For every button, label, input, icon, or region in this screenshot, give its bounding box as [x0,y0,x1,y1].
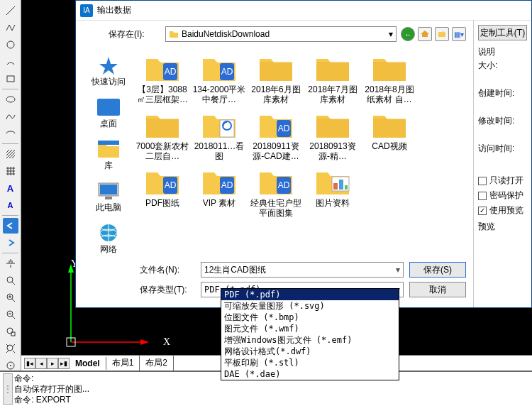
tab-layout1[interactable]: 布局1 [106,356,140,371]
folder-item[interactable]: AD20180911资源-CAD建… [249,109,303,161]
places-bar: 快速访问 桌面 库 此电脑 [83,49,134,260]
type-option[interactable]: PDF (*.pdf) [221,289,399,300]
folder-icon: AD [257,109,295,140]
type-option[interactable]: DAE (*.dae) [221,368,399,380]
view-menu-button[interactable]: ▦▾ [452,27,466,41]
svg-rect-19 [98,141,119,145]
export-dialog: IA 输出数据 保存在(I): BaiduNetdiskDownload ▾ ←… [75,0,532,308]
svg-text:AD: AD [221,180,233,190]
tab-last-button[interactable]: ▸▮ [58,358,70,369]
save-button[interactable]: 保存(S) [409,262,466,278]
folder-item[interactable]: AD134-2000平米中餐厅… [192,52,246,104]
folder-label: 2018年6月图库素材 [249,84,303,104]
ucs-x-label: X [163,336,170,348]
text-tool[interactable]: A [3,180,18,196]
folder-item[interactable]: ADPDF图纸 [135,165,189,218]
filename-label: 文件名(N): [140,264,195,276]
hatch-tool[interactable] [3,146,18,162]
folder-label: 经典住宅户型平面图集 [249,198,303,218]
chevron-down-icon: ▾ [389,29,393,39]
folder-item[interactable]: 2018年6月图库素材 [249,52,303,104]
folder-icon [314,165,352,197]
preview-checkbox[interactable]: ✓使用预览 [478,204,527,216]
folder-item[interactable]: AD经典住宅户型平面图集 [249,165,303,218]
svg-rect-41 [339,180,343,190]
tab-model[interactable]: Model [70,357,106,370]
folder-icon [257,52,295,83]
save-type-label: 保存类型(T): [140,284,195,296]
cancel-button[interactable]: 取消 [409,282,466,297]
polyline-tool[interactable] [3,20,18,35]
svg-rect-18 [97,99,120,116]
folder-item[interactable]: 2018年7月图库素材 [306,52,360,104]
svg-marker-17 [99,57,118,75]
place-network[interactable]: 网络 [83,219,134,257]
zoom-window-tool[interactable] [3,324,18,339]
save-type-dropdown[interactable]: PDF (*.pdf)可缩放矢量图形 (*.svg)位图文件 (*.bmp)图元… [221,288,399,380]
app-icon: IA [80,4,93,17]
cmd-line-2: 自动保存打开的图... [14,384,529,395]
type-option[interactable]: 图元文件 (*.wmf) [221,323,399,334]
folder-item[interactable]: ADVIP 素材 [192,165,246,218]
type-option[interactable]: 增强Windows图元文件 (*.emf) [221,334,399,346]
accessed-label: 访问时间: [478,143,527,155]
zoom-extents-tool[interactable] [3,341,18,356]
folder-item[interactable]: 2018年8月图纸素材 自… [362,52,416,104]
svg-rect-21 [100,185,117,194]
dialog-title: 输出数据 [97,4,131,16]
tab-prev-button[interactable]: ◂ [35,358,47,369]
password-checkbox[interactable]: 密码保护 [478,190,527,202]
svg-rect-42 [345,185,348,190]
save-in-combo[interactable]: BaiduNetdiskDownload ▾ [165,26,397,42]
new-folder-button[interactable] [435,27,449,41]
type-option[interactable]: 可缩放矢量图形 (*.svg) [221,300,399,312]
hatch2-tool[interactable] [3,163,18,179]
arc2-tool[interactable] [3,126,18,141]
redo-tool[interactable] [3,235,18,251]
back-button[interactable]: ← [401,27,415,41]
svg-point-3 [7,277,13,282]
mtext-tool[interactable]: A [3,197,18,213]
type-option[interactable]: 位图文件 (*.bmp) [221,312,399,323]
folder-item[interactable]: CAD视频 [362,109,416,161]
filename-input[interactable]: 12生肖CAD图纸 ▾ [201,262,404,278]
undo-tool[interactable] [3,218,18,234]
pan-tool[interactable] [3,256,18,271]
chevron-down-icon[interactable]: ▾ [396,265,400,275]
place-libraries[interactable]: 库 [83,136,134,173]
readonly-checkbox[interactable]: 只读打开 [478,175,527,187]
circle-tool[interactable] [3,37,18,53]
folder-icon: AD [257,165,295,197]
tab-next-button[interactable]: ▸ [47,358,58,369]
tab-first-button[interactable]: ▮◂ [24,358,35,369]
cmd-line-3: 命令: EXPORT [14,395,529,405]
folder-item[interactable]: 图片资料 [306,165,360,218]
folder-item[interactable]: AD【3层】3088㎡三层框架… [135,52,189,104]
zoom-tool[interactable] [3,273,18,288]
ellipse-tool[interactable] [3,92,18,107]
folder-list[interactable]: AD【3层】3088㎡三层框架…AD134-2000平米中餐厅…2018年6月图… [134,49,466,260]
place-quick-access[interactable]: 快速访问 [83,52,134,89]
tab-layout2[interactable]: 布局2 [140,356,174,371]
folder-icon: AD [200,165,238,197]
folder-icon: AD [143,165,182,197]
dialog-titlebar[interactable]: IA 输出数据 [76,1,531,21]
folder-item[interactable]: 7000套新农村二层自… [135,109,189,161]
zoom-in-tool[interactable] [3,290,18,305]
folder-item[interactable]: 20180913资源-精… [306,109,360,161]
cmd-handle-icon[interactable]: ⋮ [3,373,13,405]
up-button[interactable] [418,27,432,41]
arc-tool[interactable] [3,54,18,70]
place-this-pc[interactable]: 此电脑 [83,177,134,215]
type-option[interactable]: 平板印刷 (*.stl) [221,357,399,368]
folder-item[interactable]: 2018011…看图 [192,109,246,161]
type-option[interactable]: 网络设计格式(*.dwf) [221,346,399,357]
folder-label: 2018011…看图 [192,141,246,161]
spline-tool[interactable] [3,109,18,124]
svg-text:AD: AD [278,180,290,190]
rect-tool[interactable] [3,71,18,87]
zoom-out-tool[interactable] [3,307,18,322]
place-desktop[interactable]: 桌面 [83,94,134,131]
line-tool[interactable] [3,3,18,18]
custom-tools-button[interactable]: 定制工具(T) [478,25,527,40]
